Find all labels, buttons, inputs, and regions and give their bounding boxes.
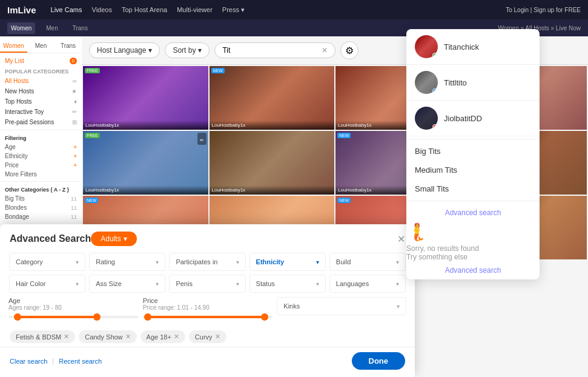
sidebar-bondage[interactable]: Bondage 11 [0, 212, 82, 221]
footer-divider: | [52, 358, 54, 365]
adults-arrow-icon: ▾ [124, 235, 127, 243]
video-badge-new: NEW [337, 198, 351, 203]
autocomplete-user-titanchick[interactable]: Titanchick [406, 29, 540, 65]
table-row[interactable]: FREE ✏ LouHostbaby1x [83, 131, 208, 195]
sidebar-all-hosts[interactable]: All Hosts ∞ [0, 76, 82, 86]
avatar [415, 107, 438, 130]
video-host-name: LouHostbaby1x [338, 122, 372, 128]
age-slider[interactable] [8, 316, 138, 318]
autocomplete-user-jiolbatitdd[interactable]: JiolbatitDD [406, 101, 540, 136]
sidebar-new-hosts-label: New Hosts [5, 88, 34, 95]
table-row[interactable]: FREE LouHostbaby1x [83, 66, 208, 130]
sidebar-big-tits[interactable]: Big Tits 11 [0, 194, 82, 203]
nav-videos[interactable]: Videos [92, 6, 112, 14]
sort-by-button[interactable]: Sort by ▾ [165, 42, 210, 58]
sidebar-top-hosts[interactable]: Top Hosts ♦ [0, 96, 82, 107]
sidebar-filter-age-plus: + [73, 144, 77, 150]
sidebar-top-hosts-label: Top Hosts [5, 98, 31, 105]
sidebar-filter-ethnicity-plus: + [73, 153, 77, 159]
sidebar-other-title: Other Categories ( A - Z ) [0, 184, 82, 194]
price-thumb-left[interactable] [144, 313, 151, 321]
filter-build-arrow-icon: ▾ [396, 259, 399, 265]
sidebar-gender-women[interactable]: Women [0, 40, 27, 53]
sidebar-gender-trans[interactable]: Trans [55, 40, 82, 53]
sub-nav-trans[interactable]: Trans [69, 22, 91, 34]
filter-languages[interactable]: Languages ▾ [329, 275, 406, 293]
sidebar-gender-men[interactable]: Men [27, 40, 55, 53]
sidebar-filtering-title: Filtering [0, 133, 82, 142]
tag-curvy-remove[interactable]: ✕ [215, 333, 220, 341]
filter-build[interactable]: Build ▾ [329, 253, 406, 271]
tag-fetish-bdsm-remove[interactable]: ✕ [64, 333, 69, 341]
filter-category[interactable]: Category ▾ [9, 253, 85, 271]
sidebar-blondes-count: 11 [71, 205, 77, 211]
filter-participates-label: Participates in [176, 258, 217, 265]
done-button[interactable]: Done [352, 352, 406, 370]
filter-ass-size-arrow-icon: ▾ [156, 281, 159, 287]
price-slider[interactable] [143, 316, 273, 318]
sidebar-prepaid-sessions[interactable]: Pre-paid Sessions ⊞ [0, 117, 82, 127]
autocomplete-category-big-tits[interactable]: Big Tits [406, 142, 540, 161]
search-input[interactable] [222, 46, 318, 55]
table-row[interactable]: NEW LouHostbaby1x [210, 66, 335, 130]
sidebar-blondes-label: Blondes [5, 204, 27, 211]
online-status-dot [432, 88, 437, 93]
filter-participates-arrow-icon: ▾ [236, 259, 239, 265]
age-track [15, 316, 99, 318]
autocomplete-user-tittltito[interactable]: Tittltito [406, 65, 540, 101]
advanced-search-link-top[interactable]: Advanced search [406, 204, 540, 222]
filter-penis[interactable]: Penis ▾ [169, 275, 245, 293]
filter-languages-arrow-icon: ▾ [396, 281, 399, 287]
sidebar-more-filters[interactable]: More Filters [0, 170, 82, 179]
modal-close-button[interactable]: ✕ [397, 233, 405, 245]
filter-build-label: Build [336, 258, 351, 265]
clear-search-link[interactable]: Clear search [10, 358, 47, 365]
sidebar-filter-age-label: Age [5, 144, 16, 150]
prepaid-sessions-icon: ⊞ [72, 119, 77, 125]
kinks-label: Kinks [283, 302, 300, 310]
autocomplete-category-medium-tits[interactable]: Medium Tits [406, 161, 540, 179]
adults-button[interactable]: Adults ▾ [91, 232, 136, 246]
sidebar-my-list[interactable]: My List 0 [0, 56, 82, 66]
recent-search-link[interactable]: Recent search [59, 358, 102, 365]
filter-ass-size[interactable]: Ass Size ▾ [89, 275, 165, 293]
age-thumb-right[interactable] [93, 313, 101, 321]
tag-age-18-remove[interactable]: ✕ [174, 333, 179, 341]
age-thumb-left[interactable] [14, 313, 21, 321]
nav-multi-viewer[interactable]: Multi-viewer [177, 6, 213, 14]
tag-curvy: Curvy ✕ [189, 330, 226, 343]
nav-press[interactable]: Press ▾ [222, 6, 245, 14]
filter-rating[interactable]: Rating ▾ [89, 253, 165, 271]
tag-age-18-label: Age 18+ [147, 333, 171, 341]
host-language-button[interactable]: Host Language ▾ [89, 42, 160, 58]
filter-category-label: Category [16, 258, 43, 265]
kinks-dropdown[interactable]: Kinks ▾ [277, 297, 406, 315]
video-host-name: LouHostbaby1x [85, 122, 119, 128]
sidebar-blondes[interactable]: Blondes 11 [0, 203, 82, 212]
search-clear-icon[interactable]: ✕ [322, 46, 328, 55]
price-thumb-right[interactable] [261, 313, 268, 321]
advanced-search-link-bottom[interactable]: Advanced search [406, 261, 540, 279]
sub-nav-women[interactable]: Women [7, 22, 35, 34]
sidebar-new-hosts[interactable]: New Hosts ★ [0, 86, 82, 96]
sub-nav-men[interactable]: Men [42, 22, 61, 34]
nav-top-host-arena[interactable]: Top Host Arena [122, 6, 167, 14]
age-label: Age [8, 297, 21, 304]
top-nav: ImLive Live Cams Videos Top Host Arena M… [0, 0, 588, 19]
filter-status[interactable]: Status ▾ [249, 275, 326, 293]
filter-ethnicity[interactable]: Ethnicity ▾ [249, 253, 326, 271]
filter-icon-button[interactable]: ⚙ [340, 41, 358, 59]
sidebar-filter-price[interactable]: Price + [0, 161, 82, 170]
video-badge-free: FREE [85, 68, 100, 73]
sidebar-filter-ethnicity[interactable]: Ethnicity + [0, 152, 82, 161]
video-badge-new: NEW [85, 198, 98, 203]
sidebar-bondage-count: 11 [71, 214, 77, 220]
sidebar-filter-age[interactable]: Age + [0, 142, 82, 152]
filter-hair-color[interactable]: Hair Color ▾ [9, 275, 85, 293]
tag-candy-show-remove[interactable]: ✕ [125, 333, 131, 341]
nav-live-cams[interactable]: Live Cams [51, 6, 82, 14]
autocomplete-category-small-tits[interactable]: Small Tits [406, 179, 540, 198]
filter-participates-in[interactable]: Participates in ▾ [169, 253, 245, 271]
table-row[interactable]: LouHostbaby1x [210, 131, 335, 195]
sidebar-interactive-toy[interactable]: Interactive Toy ✏ [0, 107, 82, 117]
